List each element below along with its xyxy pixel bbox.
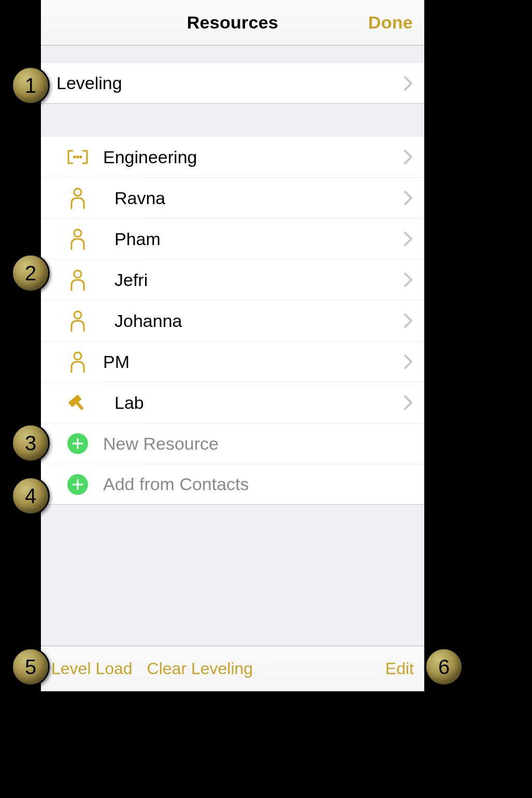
svg-point-4: [74, 230, 81, 237]
svg-rect-9: [76, 401, 84, 410]
person-icon: [65, 268, 91, 291]
group-icon: [65, 148, 91, 166]
add-from-contacts-button[interactable]: Add from Contacts: [41, 464, 424, 505]
svg-point-7: [74, 352, 81, 360]
resource-person-pm[interactable]: PM: [41, 341, 424, 382]
person-icon: [65, 350, 91, 373]
plus-icon: [65, 474, 91, 495]
svg-point-5: [74, 270, 81, 278]
resource-person-jefri[interactable]: Jefri: [41, 260, 424, 300]
resource-label: Ravna: [114, 188, 165, 208]
resource-label: Johanna: [114, 311, 182, 331]
svg-point-6: [74, 311, 81, 319]
resources-panel: Resources Done Leveling Engineering: [41, 0, 424, 691]
person-icon: [65, 227, 91, 250]
resource-person-pham[interactable]: Pham: [41, 219, 424, 259]
resource-label: Lab: [114, 393, 144, 413]
chevron-right-icon: [404, 354, 413, 369]
callout-badge-6: 6: [425, 648, 463, 686]
chevron-right-icon: [404, 190, 413, 206]
edit-button[interactable]: Edit: [385, 659, 414, 678]
navbar-title: Resources: [187, 12, 279, 33]
svg-point-0: [73, 155, 76, 159]
resource-group-engineering[interactable]: Engineering: [41, 137, 424, 177]
person-icon: [65, 187, 91, 209]
plus-icon: [65, 433, 91, 454]
callout-badge-4: 4: [11, 477, 50, 515]
new-resource-button[interactable]: New Resource: [41, 423, 424, 464]
resource-label: Pham: [114, 229, 161, 249]
person-icon: [65, 309, 91, 332]
resource-person-ravna[interactable]: Ravna: [41, 178, 424, 218]
callout-badge-3: 3: [11, 424, 50, 462]
chevron-right-icon: [404, 149, 413, 165]
svg-point-1: [76, 155, 79, 159]
callout-badge-1: 1: [11, 66, 50, 105]
callout-badge-2: 2: [11, 254, 50, 292]
resource-label: PM: [103, 352, 130, 372]
resource-label: Jefri: [114, 270, 148, 290]
hammer-icon: [65, 391, 91, 414]
clear-leveling-button[interactable]: Clear Leveling: [147, 659, 253, 678]
chevron-right-icon: [404, 272, 413, 288]
resource-equipment-lab[interactable]: Lab: [41, 382, 424, 423]
svg-point-2: [79, 155, 82, 159]
leveling-row[interactable]: Leveling: [41, 63, 424, 104]
section-spacer: [41, 104, 424, 137]
done-button[interactable]: Done: [368, 12, 413, 33]
chevron-right-icon: [404, 76, 413, 91]
chevron-right-icon: [404, 313, 413, 329]
new-resource-label: New Resource: [103, 434, 219, 454]
add-from-contacts-label: Add from Contacts: [103, 474, 249, 494]
resource-person-johanna[interactable]: Johanna: [41, 301, 424, 341]
navbar: Resources Done: [41, 0, 424, 46]
svg-point-3: [74, 189, 81, 196]
content-scroll[interactable]: Leveling Engineering: [41, 46, 424, 646]
chevron-right-icon: [404, 395, 413, 410]
section-spacer: [41, 46, 424, 63]
chevron-right-icon: [404, 231, 413, 247]
level-load-button[interactable]: Level Load: [51, 659, 133, 678]
leveling-label: Leveling: [56, 73, 122, 93]
bottom-toolbar: Level Load Clear Leveling Edit: [41, 646, 424, 691]
callout-badge-5: 5: [11, 648, 50, 686]
resource-label: Engineering: [103, 147, 197, 167]
